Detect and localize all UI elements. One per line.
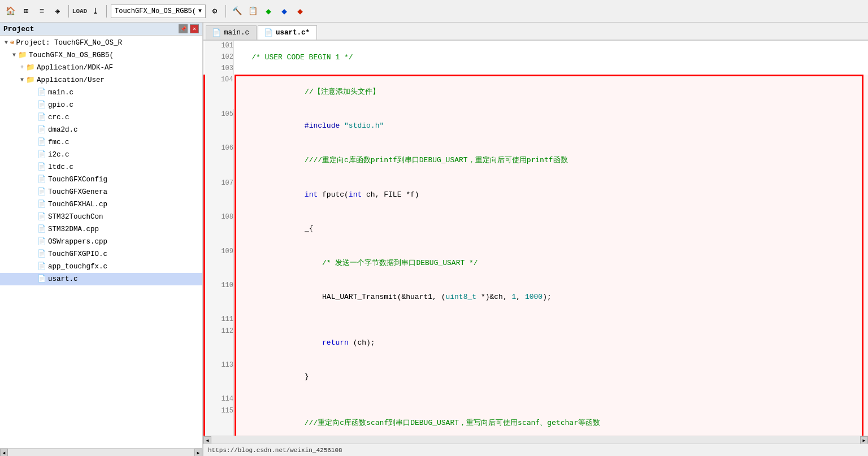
code-line[interactable]: [234, 63, 869, 75]
code-line[interactable]: [234, 41, 869, 52]
child-root-label: TouchGFX_No_OS_RGB5(: [29, 50, 114, 61]
folder-mdk-icon: 📁: [26, 62, 35, 73]
sidebar-item-usart-c[interactable]: 📄 usart.c: [0, 273, 202, 285]
layers-icon[interactable]: ◈: [51, 5, 64, 18]
table-row: 113 }: [205, 360, 869, 394]
red-diamond-icon[interactable]: ◆: [293, 5, 307, 18]
separator2: [106, 5, 107, 18]
file-dma2d-icon: 📄: [37, 124, 46, 136]
build-icon[interactable]: 🔨: [230, 5, 244, 18]
child-root-expander: ▼: [10, 51, 18, 60]
tree-root[interactable]: ▼ ⊕ Project: TouchGFX_No_OS_R: [0, 37, 202, 49]
touchgfxgenera-label: TouchGFXGenera: [48, 186, 107, 198]
hscroll-left-btn[interactable]: ◀: [203, 436, 211, 444]
sidebar-item-touchgfxgpio[interactable]: 📄 TouchGFXGPIO.c: [0, 248, 202, 260]
rebuild-icon[interactable]: 📋: [246, 5, 259, 18]
root-label: Project: TouchGFX_No_OS_R: [16, 37, 123, 49]
line-number: 108: [205, 212, 234, 246]
download-icon[interactable]: ⤓: [89, 5, 102, 18]
file-touchhal-icon: 📄: [37, 199, 46, 210]
sidebar-item-gpio-c[interactable]: 📄 gpio.c: [0, 99, 202, 111]
crc-c-label: crc.c: [48, 112, 70, 123]
code-line[interactable]: HAL_UART_Transmit(&huart1, (uint8_t *)&c…: [234, 280, 869, 314]
code-line[interactable]: ///重定向c库函数scanf到串口DEBUG_USART，重写向后可使用sca…: [234, 406, 869, 436]
sidebar-item-oswrappers[interactable]: 📄 OSWrappers.cpp: [0, 236, 202, 248]
tab-main-c-icon: 📄: [212, 28, 221, 37]
code-line[interactable]: [234, 394, 869, 405]
table-row: 112 return (ch);: [205, 326, 869, 360]
list-icon[interactable]: ≡: [35, 5, 49, 18]
grid-icon[interactable]: ⊞: [19, 5, 33, 18]
user-expander: ▼: [18, 76, 26, 85]
pin-icon[interactable]: 📌: [179, 24, 188, 33]
hscroll-right-btn[interactable]: ▶: [860, 436, 868, 444]
sidebar-item-touchgfxconfig[interactable]: 📄 TouchGFXConfig: [0, 173, 202, 186]
touchgfxhal-label: TouchGFXHAL.cp: [48, 199, 107, 210]
sidebar-item-touchgfxhal[interactable]: 📄 TouchGFXHAL.cp: [0, 198, 202, 211]
file-touchgpio-icon: 📄: [37, 249, 46, 260]
sidebar-item-dma2d-c[interactable]: 📄 dma2d.c: [0, 124, 202, 136]
line-number: 105: [205, 109, 234, 143]
file-gpio-icon: 📄: [37, 99, 46, 111]
code-line[interactable]: }: [234, 360, 869, 394]
code-line[interactable]: /* 发送一个字节数据到串口DEBUG_USART */: [234, 246, 869, 280]
sidebar-item-app-touchgfx[interactable]: 📄 app_touchgfx.c: [0, 260, 202, 273]
code-line[interactable]: return (ch);: [234, 326, 869, 360]
code-line[interactable]: /* USER CODE BEGIN 1 */: [234, 52, 869, 63]
editor-area: 📄 main.c 📄 usart.c* 101 102: [203, 23, 868, 456]
file-fmc-icon: 📄: [37, 137, 46, 148]
sidebar-hscrollbar[interactable]: ◀ ▶: [0, 448, 202, 456]
load-icon[interactable]: LOAD: [73, 5, 86, 18]
separator3: [225, 5, 226, 18]
tree-child-root[interactable]: ▼ 📁 TouchGFX_No_OS_RGB5(: [0, 49, 202, 62]
sidebar-item-app-user[interactable]: ▼ 📁 Application/User: [0, 74, 202, 86]
close-icon[interactable]: ✕: [190, 24, 199, 33]
code-line[interactable]: //【注意添加头文件】: [234, 75, 869, 108]
sidebar-scroll-right[interactable]: ▶: [194, 449, 202, 456]
table-row: 104 //【注意添加头文件】: [205, 75, 869, 108]
hscroll-track[interactable]: [211, 436, 860, 444]
project-dropdown[interactable]: TouchGFX_No_OS_RGB5( ▼: [111, 5, 206, 18]
sidebar-item-fmc-c[interactable]: 📄 fmc.c: [0, 136, 202, 149]
sidebar-item-main-c[interactable]: 📄 main.c: [0, 86, 202, 99]
line-number: 106: [205, 143, 234, 177]
code-line[interactable]: [234, 314, 869, 325]
file-usart-icon: 📄: [37, 273, 46, 285]
sidebar-item-stm32dma[interactable]: 📄 STM32DMA.cpp: [0, 223, 202, 236]
code-line[interactable]: #include "stdio.h": [234, 109, 869, 143]
file-touchconfig-icon: 📄: [37, 174, 46, 185]
toolbar: 🏠 ⊞ ≡ ◈ LOAD ⤓ TouchGFX_No_OS_RGB5( ▼ ⚙ …: [0, 0, 868, 23]
file-main-icon: 📄: [37, 87, 46, 98]
settings-icon[interactable]: ⚙: [208, 5, 222, 18]
root-icon: ⊕: [10, 37, 15, 49]
tab-usart-c[interactable]: 📄 usart.c*: [258, 25, 317, 40]
project-tree: ▼ ⊕ Project: TouchGFX_No_OS_R ▼ 📁 TouchG…: [0, 36, 202, 448]
touchgfxgpio-label: TouchGFXGPIO.c: [48, 249, 107, 260]
editor-hscrollbar[interactable]: ◀ ▶: [203, 436, 868, 444]
mdk-expander: +: [18, 63, 26, 72]
code-line[interactable]: ⎯{: [234, 212, 869, 246]
home-icon[interactable]: 🏠: [3, 5, 17, 18]
line-number: 107: [205, 178, 234, 212]
sidebar-item-stm32touchcon[interactable]: 📄 STM32TouchCon: [0, 211, 202, 223]
user-label: Application/User: [37, 75, 105, 86]
sidebar-item-i2c-c[interactable]: 📄 i2c.c: [0, 149, 202, 161]
green-diamond-icon[interactable]: ◆: [262, 5, 275, 18]
sidebar-scroll-track[interactable]: [8, 449, 194, 456]
sidebar-item-ltdc-c[interactable]: 📄 ltdc.c: [0, 161, 202, 173]
file-apptouchgfx-icon: 📄: [37, 261, 46, 272]
blue-diamond-icon[interactable]: ◆: [277, 5, 291, 18]
code-line[interactable]: ////重定向c库函数printf到串口DEBUG_USART，重定向后可使用p…: [234, 143, 869, 177]
sidebar-item-touchgfxgenera[interactable]: 📄 TouchGFXGenera: [0, 186, 202, 198]
line-number: 114: [205, 394, 234, 405]
sidebar-scroll-left[interactable]: ◀: [0, 449, 8, 456]
sidebar-item-app-mdk[interactable]: + 📁 Application/MDK-AF: [0, 62, 202, 74]
sidebar-header-icons: 📌 ✕: [179, 24, 199, 33]
touchgfxconfig-label: TouchGFXConfig: [48, 174, 107, 185]
code-line[interactable]: int fputc(int ch, FILE *f): [234, 178, 869, 212]
file-ltdc-icon: 📄: [37, 162, 46, 173]
code-view[interactable]: 101 102 /* USER CODE BEGIN 1 */ 103: [203, 41, 868, 436]
table-row: 105 #include "stdio.h": [205, 109, 869, 143]
tab-main-c[interactable]: 📄 main.c: [206, 25, 257, 40]
sidebar-item-crc-c[interactable]: 📄 crc.c: [0, 111, 202, 124]
